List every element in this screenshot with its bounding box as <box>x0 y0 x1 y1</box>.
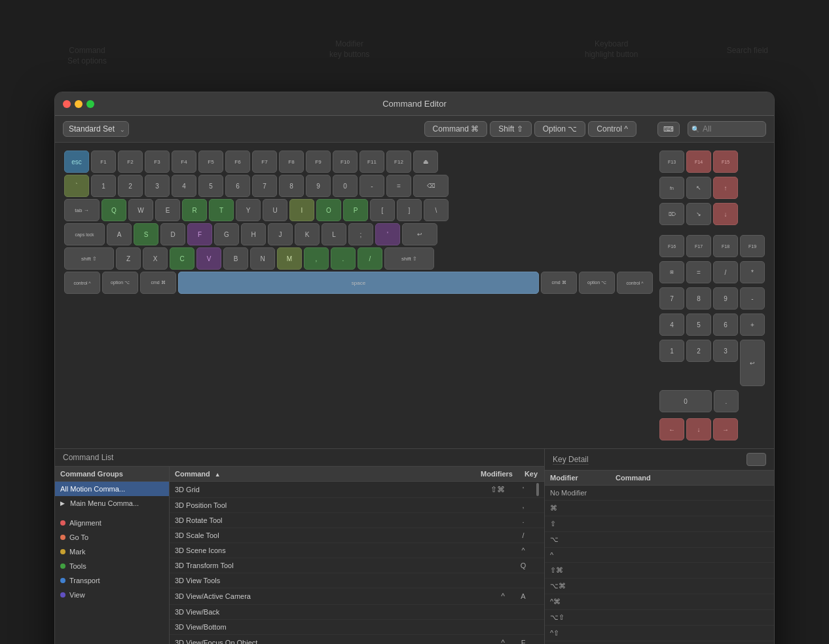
table-row[interactable]: ⇧⌘ <box>545 563 774 579</box>
table-row[interactable]: ⌥⇧ <box>545 610 774 626</box>
key-n[interactable]: N <box>250 247 275 270</box>
table-row[interactable]: 3D View Tools <box>170 573 544 588</box>
key-del[interactable]: ⌦ <box>659 203 684 225</box>
close-traffic-light[interactable] <box>63 100 71 108</box>
group-item-mark[interactable]: Mark <box>55 545 169 559</box>
key-f6[interactable]: F6 <box>225 151 250 173</box>
key-detail-button[interactable] <box>746 453 766 466</box>
table-row[interactable]: 3D View/Focus On Object ^ F <box>170 635 544 644</box>
key-delete[interactable]: ⌫ <box>413 175 449 197</box>
key-left-arrow[interactable]: ← <box>659 418 684 440</box>
key-backslash[interactable]: \ <box>424 199 449 221</box>
key-q[interactable]: Q <box>101 199 126 221</box>
command-set-select[interactable]: Standard Set Final Cut Pro Custom Set <box>63 121 129 137</box>
key-v[interactable]: V <box>196 247 221 270</box>
table-row[interactable]: ⌥⌘ <box>545 579 774 594</box>
table-row[interactable]: 3D Scale Tool / <box>170 528 544 543</box>
key-slash[interactable]: / <box>358 247 382 270</box>
group-item-tools[interactable]: Tools <box>55 559 169 573</box>
key-minus[interactable]: - <box>359 175 384 197</box>
table-row[interactable]: ^⌥ <box>545 641 774 644</box>
table-row[interactable]: ^⇧ <box>545 626 774 641</box>
key-f13[interactable]: F13 <box>659 151 684 173</box>
key-num-4[interactable]: 4 <box>659 313 684 336</box>
table-row[interactable]: 3D Position Tool , <box>170 498 544 513</box>
key-end[interactable]: ↘ <box>686 203 711 225</box>
table-row[interactable]: ^ <box>545 548 774 563</box>
table-row[interactable]: 3D View/Back <box>170 605 544 620</box>
key-x[interactable]: X <box>143 247 168 270</box>
key-backtick[interactable]: ` <box>64 175 89 197</box>
key-num-div[interactable]: / <box>713 261 738 283</box>
key-lbracket[interactable]: [ <box>370 199 395 221</box>
key-shift-right[interactable]: shift ⇧ <box>384 247 434 270</box>
key-z[interactable]: Z <box>116 247 141 270</box>
key-num-3[interactable]: 3 <box>713 340 738 362</box>
key-num-5[interactable]: 5 <box>686 313 711 336</box>
key-1[interactable]: 1 <box>91 175 116 197</box>
modifier-cmd-button[interactable]: Command ⌘ <box>424 121 488 137</box>
table-row[interactable]: 3D View/Active Camera ^ A <box>170 588 544 605</box>
key-cmd-left[interactable]: cmd ⌘ <box>140 272 176 294</box>
minimize-traffic-light[interactable] <box>75 100 83 108</box>
modifier-option-button[interactable]: Option ⌥ <box>534 121 586 137</box>
key-num-clear[interactable]: ⊠ <box>659 261 684 283</box>
key-cmd-right[interactable]: cmd ⌘ <box>541 272 577 294</box>
key-y[interactable]: Y <box>236 199 261 221</box>
key-j[interactable]: J <box>268 223 293 245</box>
key-s[interactable]: S <box>134 223 158 245</box>
key-f9[interactable]: F9 <box>306 151 331 173</box>
key-h[interactable]: H <box>241 223 266 245</box>
key-6[interactable]: 6 <box>225 175 250 197</box>
key-num-6[interactable]: 6 <box>713 313 738 336</box>
maximize-traffic-light[interactable] <box>86 100 94 108</box>
key-k[interactable]: K <box>295 223 320 245</box>
table-row[interactable]: 3D Rotate Tool . <box>170 513 544 528</box>
table-row[interactable]: No Modifier <box>545 486 774 501</box>
key-g[interactable]: G <box>214 223 239 245</box>
key-capslock[interactable]: caps lock <box>64 223 105 245</box>
key-rbracket[interactable]: ] <box>397 199 422 221</box>
key-0[interactable]: 0 <box>333 175 358 197</box>
key-down-arrow-2[interactable]: ↓ <box>686 418 711 440</box>
table-row[interactable]: 3D Scene Icons ^ <box>170 543 544 558</box>
key-right-arrow[interactable]: → <box>713 418 738 440</box>
key-num-0[interactable]: 0 <box>659 390 712 412</box>
key-option-right[interactable]: option ⌥ <box>579 272 615 294</box>
key-quote[interactable]: ' <box>375 223 400 245</box>
group-item-transport[interactable]: Transport <box>55 573 169 588</box>
key-f16[interactable]: F16 <box>659 235 684 257</box>
key-esc[interactable]: esc <box>64 151 89 173</box>
table-row[interactable]: ^⌘ <box>545 594 774 610</box>
key-f4[interactable]: F4 <box>172 151 196 173</box>
key-l[interactable]: L <box>322 223 346 245</box>
key-f14[interactable]: F14 <box>686 151 711 173</box>
key-num-1[interactable]: 1 <box>659 340 684 362</box>
key-5[interactable]: 5 <box>198 175 223 197</box>
key-d[interactable]: D <box>160 223 185 245</box>
keyboard-highlight-button[interactable]: ⌨ <box>657 122 680 137</box>
modifier-shift-button[interactable]: Shift ⇧ <box>490 121 531 137</box>
key-a[interactable]: A <box>107 223 132 245</box>
group-item-goto[interactable]: Go To <box>55 530 169 545</box>
key-num-7[interactable]: 7 <box>659 287 684 310</box>
key-2[interactable]: 2 <box>118 175 143 197</box>
key-num-eq[interactable]: = <box>686 261 711 283</box>
key-f2[interactable]: F2 <box>118 151 143 173</box>
key-f8[interactable]: F8 <box>279 151 304 173</box>
key-f1[interactable]: F1 <box>91 151 116 173</box>
key-up-arrow[interactable]: ↑ <box>713 177 738 199</box>
key-f11[interactable]: F11 <box>359 151 384 173</box>
key-num-dot[interactable]: . <box>714 390 739 412</box>
table-row[interactable]: ⌘ <box>545 501 774 516</box>
key-fn[interactable]: fn <box>659 177 684 199</box>
key-period[interactable]: . <box>331 247 356 270</box>
key-return[interactable]: ↩ <box>402 223 437 245</box>
key-3[interactable]: 3 <box>145 175 170 197</box>
key-space[interactable]: space <box>178 272 539 294</box>
key-f17[interactable]: F17 <box>686 235 711 257</box>
key-4[interactable]: 4 <box>172 175 196 197</box>
key-o[interactable]: O <box>316 199 341 221</box>
table-row[interactable]: 3D View/Bottom <box>170 620 544 635</box>
key-num-9[interactable]: 9 <box>713 287 738 310</box>
